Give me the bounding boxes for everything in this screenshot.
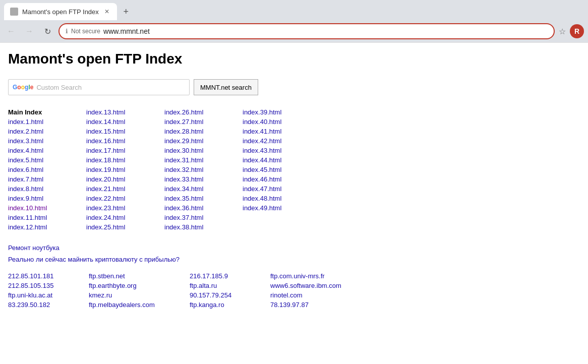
ftp-cell[interactable]: 78.139.97.87	[270, 300, 396, 310]
ftp-cell[interactable]: ftp.melbaydealers.com	[89, 300, 190, 310]
list-item[interactable]: index.46.html	[243, 174, 321, 184]
main-index-label: Main Index	[8, 107, 86, 117]
list-item[interactable]: index.15.html	[86, 127, 164, 136]
list-item[interactable]: index.37.html	[164, 213, 243, 222]
list-item[interactable]: index.14.html	[86, 117, 164, 127]
tab-favicon	[10, 8, 18, 16]
list-item[interactable]: index.34.html	[164, 184, 243, 194]
list-item[interactable]: index.43.html	[243, 146, 321, 155]
list-item[interactable]: index.45.html	[243, 165, 321, 174]
reload-button[interactable]: ↻	[40, 24, 54, 38]
list-item[interactable]: index.48.html	[243, 194, 321, 203]
url-input[interactable]	[103, 27, 548, 35]
list-item[interactable]: index.41.html	[243, 127, 321, 136]
footer-link-2[interactable]: Реально ли сейчас майнить криптовалюту с…	[8, 256, 580, 263]
address-bar[interactable]: ℹ Not secure	[58, 23, 555, 39]
tab-close-button[interactable]: ✕	[103, 8, 111, 16]
ftp-cell[interactable]: 212.85.105.135	[8, 281, 89, 290]
list-item[interactable]: index.28.html	[164, 127, 243, 136]
page-title: Mamont's open FTP Index	[8, 51, 580, 67]
list-item[interactable]: index.39.html	[243, 107, 321, 117]
ftp-cell[interactable]: 83.239.50.182	[8, 300, 89, 310]
index-grid: Main Index index.1.html index.2.html ind…	[8, 107, 580, 232]
security-icon: ℹ	[66, 28, 68, 35]
list-item[interactable]: index.23.html	[86, 203, 164, 213]
mmnt-search-button[interactable]: MMNT.net search	[194, 79, 258, 95]
list-item[interactable]: index.9.html	[8, 194, 86, 203]
list-item[interactable]: index.17.html	[86, 146, 164, 155]
list-item[interactable]: index.22.html	[86, 194, 164, 203]
list-item[interactable]: index.32.html	[164, 165, 243, 174]
ftp-cell[interactable]: ftp.stben.net	[89, 271, 190, 281]
list-item[interactable]: index.7.html	[8, 174, 86, 184]
ftp-cell[interactable]: rinotel.com	[270, 290, 396, 300]
ftp-cell[interactable]: 212.85.101.181	[8, 271, 89, 281]
list-item[interactable]: index.19.html	[86, 165, 164, 174]
ftp-cell[interactable]: www6.software.ibm.com	[270, 281, 396, 290]
new-tab-button[interactable]: +	[119, 5, 133, 19]
ftp-table: 212.85.101.181 ftp.stben.net 216.17.185.…	[8, 271, 580, 310]
list-item[interactable]: index.13.html	[86, 107, 164, 117]
list-item[interactable]: index.24.html	[86, 213, 164, 222]
list-item[interactable]: index.18.html	[86, 155, 164, 165]
list-item[interactable]: index.25.html	[86, 222, 164, 232]
profile-button[interactable]: R	[570, 24, 584, 38]
page-content: Mamont's open FTP Index Google Custom Se…	[0, 42, 588, 345]
list-item[interactable]: index.40.html	[243, 117, 321, 127]
list-item[interactable]: index.35.html	[164, 194, 243, 203]
tab-title: Mamont's open FTP Index	[22, 8, 99, 16]
list-item[interactable]: index.1.html	[8, 117, 86, 127]
not-secure-label: Not secure	[71, 28, 100, 35]
list-item[interactable]: index.12.html	[8, 222, 86, 232]
ftp-cell[interactable]: kmez.ru	[89, 290, 190, 300]
list-item[interactable]: index.36.html	[164, 203, 243, 213]
list-item[interactable]: index.42.html	[243, 136, 321, 146]
list-item[interactable]: index.47.html	[243, 184, 321, 194]
list-item[interactable]: index.31.html	[164, 155, 243, 165]
ftp-cell[interactable]: ftp.kanga.ro	[190, 300, 270, 310]
list-item[interactable]: index.20.html	[86, 174, 164, 184]
list-item[interactable]: index.21.html	[86, 184, 164, 194]
ftp-cell[interactable]: ftp.uni-klu.ac.at	[8, 290, 89, 300]
list-item[interactable]: index.6.html	[8, 165, 86, 174]
list-item[interactable]: index.30.html	[164, 146, 243, 155]
forward-button[interactable]: →	[22, 24, 36, 38]
list-item[interactable]: index.4.html	[8, 146, 86, 155]
ftp-cell[interactable]: 216.17.185.9	[190, 271, 270, 281]
google-search-box[interactable]: Google Custom Search	[8, 79, 190, 95]
list-item[interactable]: index.33.html	[164, 174, 243, 184]
list-item[interactable]: index.38.html	[164, 222, 243, 232]
list-item[interactable]: index.16.html	[86, 136, 164, 146]
active-tab[interactable]: Mamont's open FTP Index ✕	[4, 3, 117, 20]
list-item[interactable]: index.44.html	[243, 155, 321, 165]
back-button[interactable]: ←	[4, 24, 18, 38]
ftp-cell[interactable]: 90.157.79.254	[190, 290, 270, 300]
list-item[interactable]: index.49.html	[243, 203, 321, 213]
search-placeholder: Custom Search	[36, 84, 82, 91]
list-item[interactable]: index.10.html	[8, 203, 86, 213]
list-item[interactable]: index.26.html	[164, 107, 243, 117]
address-bar-row: ← → ↻ ℹ Not secure ☆ R	[0, 20, 588, 42]
list-item[interactable]: index.3.html	[8, 136, 86, 146]
list-item[interactable]: index.11.html	[8, 213, 86, 222]
google-logo: Google	[13, 84, 33, 91]
ftp-cell[interactable]: ftp.com.univ-mrs.fr	[270, 271, 396, 281]
list-item[interactable]: index.29.html	[164, 136, 243, 146]
list-item[interactable]: index.2.html	[8, 127, 86, 136]
tab-bar: Mamont's open FTP Index ✕ +	[0, 0, 588, 20]
list-item[interactable]: index.27.html	[164, 117, 243, 127]
ftp-cell[interactable]: ftp.earthbyte.org	[89, 281, 190, 290]
bookmark-icon[interactable]: ☆	[559, 27, 566, 36]
list-item[interactable]: index.8.html	[8, 184, 86, 194]
browser-window: Mamont's open FTP Index ✕ + ← → ↻ ℹ Not …	[0, 0, 588, 42]
list-item[interactable]: index.5.html	[8, 155, 86, 165]
search-row: Google Custom Search MMNT.net search	[8, 79, 580, 95]
ftp-cell[interactable]: ftp.alta.ru	[190, 281, 270, 290]
footer-link-1[interactable]: Ремонт ноутбука	[8, 244, 580, 252]
